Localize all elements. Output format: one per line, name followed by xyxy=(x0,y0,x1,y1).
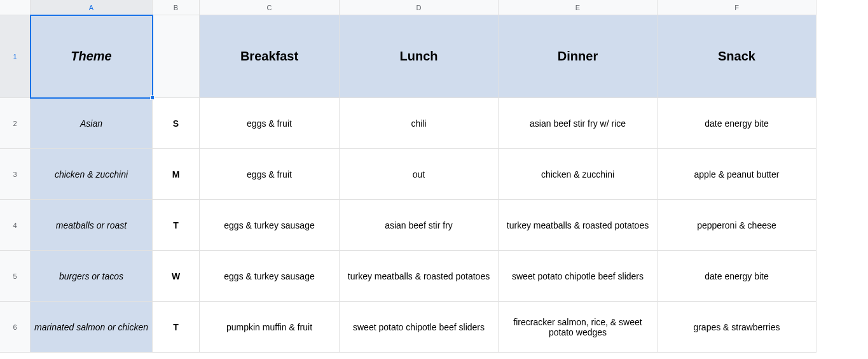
cell-D6[interactable]: sweet potato chipotle beef sliders xyxy=(340,302,499,353)
cell-E6[interactable]: firecracker salmon, rice, & sweet potato… xyxy=(499,302,658,353)
row-header-1[interactable]: 1 xyxy=(0,15,31,98)
cell-A1[interactable]: Theme xyxy=(31,15,153,98)
cell-B5[interactable]: W xyxy=(153,251,200,302)
cell-D2[interactable]: chili xyxy=(340,98,499,149)
cell-D5[interactable]: turkey meatballs & roasted potatoes xyxy=(340,251,499,302)
cell-F2[interactable]: date energy bite xyxy=(658,98,816,149)
cell-E5[interactable]: sweet potato chipotle beef sliders xyxy=(499,251,658,302)
cell-B1[interactable] xyxy=(153,15,200,98)
cell-E4[interactable]: turkey meatballs & roasted potatoes xyxy=(499,200,658,251)
cell-D1[interactable]: Lunch xyxy=(340,15,499,98)
cell-F5[interactable]: date energy bite xyxy=(658,251,816,302)
cell-A5[interactable]: burgers or tacos xyxy=(31,251,153,302)
cell-C2[interactable]: eggs & fruit xyxy=(200,98,340,149)
col-header-F[interactable]: F xyxy=(658,0,816,15)
selection-handle[interactable] xyxy=(150,95,155,100)
cell-C5[interactable]: eggs & turkey sausage xyxy=(200,251,340,302)
cell-A6[interactable]: marinated salmon or chicken xyxy=(31,302,153,353)
col-header-C[interactable]: C xyxy=(200,0,340,15)
col-header-A[interactable]: A xyxy=(31,0,153,15)
cell-A3[interactable]: chicken & zucchini xyxy=(31,149,153,200)
cell-F1[interactable]: Snack xyxy=(658,15,816,98)
col-header-E[interactable]: E xyxy=(499,0,658,15)
row-header-5[interactable]: 5 xyxy=(0,251,31,302)
cell-C6[interactable]: pumpkin muffin & fruit xyxy=(200,302,340,353)
cell-D4[interactable]: asian beef stir fry xyxy=(340,200,499,251)
cell-B6[interactable]: T xyxy=(153,302,200,353)
spreadsheet-grid: A B C D E F 1 Theme Breakfast Lunch Dinn… xyxy=(0,0,868,353)
cell-A2[interactable]: Asian xyxy=(31,98,153,149)
col-header-B[interactable]: B xyxy=(153,0,200,15)
row-header-2[interactable]: 2 xyxy=(0,98,31,149)
select-all-corner[interactable] xyxy=(0,0,31,15)
cell-C1[interactable]: Breakfast xyxy=(200,15,340,98)
cell-B3[interactable]: M xyxy=(153,149,200,200)
cell-F3[interactable]: apple & peanut butter xyxy=(658,149,816,200)
cell-D3[interactable]: out xyxy=(340,149,499,200)
row-header-6[interactable]: 6 xyxy=(0,302,31,353)
cell-A4[interactable]: meatballs or roast xyxy=(31,200,153,251)
cell-text: Theme xyxy=(71,49,111,64)
cell-E2[interactable]: asian beef stir fry w/ rice xyxy=(499,98,658,149)
row-header-4[interactable]: 4 xyxy=(0,200,31,251)
cell-E1[interactable]: Dinner xyxy=(499,15,658,98)
row-header-3[interactable]: 3 xyxy=(0,149,31,200)
cell-F4[interactable]: pepperoni & cheese xyxy=(658,200,816,251)
cell-C3[interactable]: eggs & fruit xyxy=(200,149,340,200)
cell-F6[interactable]: grapes & strawberries xyxy=(658,302,816,353)
cell-B4[interactable]: T xyxy=(153,200,200,251)
cell-E3[interactable]: chicken & zucchini xyxy=(499,149,658,200)
cell-B2[interactable]: S xyxy=(153,98,200,149)
col-header-D[interactable]: D xyxy=(340,0,499,15)
cell-C4[interactable]: eggs & turkey sausage xyxy=(200,200,340,251)
